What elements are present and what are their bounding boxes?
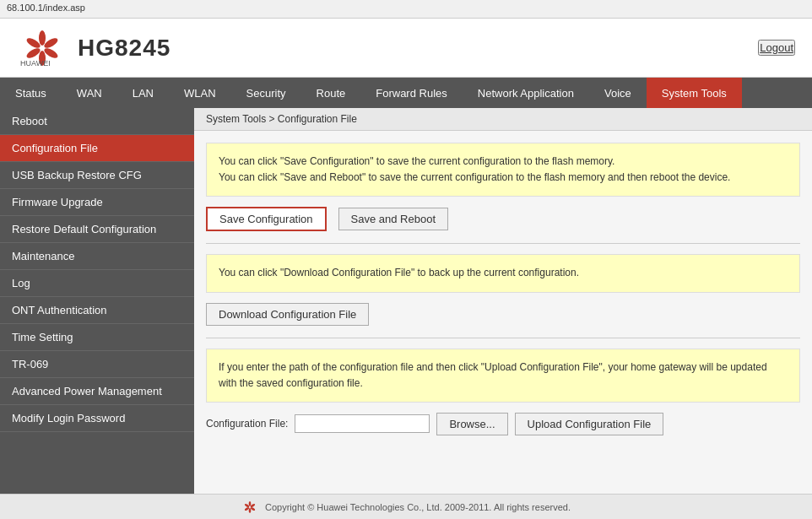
sidebar-item-tr-069[interactable]: TR-069 bbox=[0, 351, 194, 378]
nav-item-wlan[interactable]: WLAN bbox=[169, 78, 231, 108]
save-info-text-2: You can click "Save and Reboot" to save … bbox=[219, 170, 788, 186]
download-config-info-box: You can click "Download Configuration Fi… bbox=[206, 254, 800, 292]
nav-item-voice[interactable]: Voice bbox=[589, 78, 647, 108]
divider-2 bbox=[206, 338, 800, 338]
upload-info-text: If you enter the path of the configurati… bbox=[219, 360, 788, 392]
upload-action-row: Configuration File: Browse... Upload Con… bbox=[206, 413, 800, 435]
footer-text: Copyright © Huawei Technologies Co., Ltd… bbox=[265, 502, 571, 512]
sidebar-item-reboot[interactable]: Reboot bbox=[0, 108, 194, 135]
sidebar-item-configuration-file[interactable]: Configuration File bbox=[0, 135, 194, 162]
save-config-info-box: You can click "Save Configuration" to sa… bbox=[206, 143, 800, 197]
content-area: System Tools > Configuration File You ca… bbox=[194, 108, 812, 494]
logo-area: HUAWEI HG8245 bbox=[17, 27, 171, 69]
nav-item-status[interactable]: Status bbox=[0, 78, 62, 108]
download-configuration-button[interactable]: Download Configuration File bbox=[206, 303, 369, 326]
nav-item-system-tools[interactable]: System Tools bbox=[647, 78, 742, 108]
save-reboot-button[interactable]: Save and Reboot bbox=[338, 208, 448, 230]
sidebar-item-maintenance[interactable]: Maintenance bbox=[0, 243, 194, 270]
footer-huawei-logo-icon bbox=[241, 500, 258, 515]
save-info-text-1: You can click "Save Configuration" to sa… bbox=[219, 154, 788, 170]
sidebar-item-restore-default-configuration[interactable]: Restore Default Configuration bbox=[0, 216, 194, 243]
svg-text:HUAWEI: HUAWEI bbox=[20, 59, 51, 68]
nav-item-security[interactable]: Security bbox=[231, 78, 301, 108]
sidebar-item-usb-backup-restore-cfg[interactable]: USB Backup Restore CFG bbox=[0, 162, 194, 189]
upload-config-info-box: If you enter the path of the configurati… bbox=[206, 349, 800, 403]
download-action-row: Download Configuration File bbox=[206, 303, 800, 326]
config-file-input[interactable] bbox=[295, 414, 430, 433]
upload-configuration-button[interactable]: Upload Configuration File bbox=[515, 413, 664, 435]
sidebar: RebootConfiguration FileUSB Backup Resto… bbox=[0, 108, 194, 494]
browse-button[interactable]: Browse... bbox=[436, 413, 507, 435]
save-configuration-button[interactable]: Save Configuration bbox=[206, 207, 327, 231]
address-text: 68.100.1/index.asp bbox=[7, 3, 85, 13]
download-info-text: You can click "Download Configuration Fi… bbox=[219, 265, 788, 281]
sidebar-item-log[interactable]: Log bbox=[0, 270, 194, 297]
footer: Copyright © Huawei Technologies Co., Ltd… bbox=[0, 494, 812, 519]
sidebar-item-modify-login-password[interactable]: Modify Login Password bbox=[0, 405, 194, 432]
breadcrumb: System Tools > Configuration File bbox=[194, 108, 812, 131]
sidebar-item-firmware-upgrade[interactable]: Firmware Upgrade bbox=[0, 189, 194, 216]
logout-button[interactable]: Logout bbox=[758, 40, 795, 56]
address-bar: 68.100.1/index.asp bbox=[0, 0, 812, 19]
sidebar-item-time-setting[interactable]: Time Setting bbox=[0, 324, 194, 351]
nav-item-network-application[interactable]: Network Application bbox=[463, 78, 589, 108]
nav-item-lan[interactable]: LAN bbox=[117, 78, 169, 108]
sidebar-item-ont-authentication[interactable]: ONT Authentication bbox=[0, 297, 194, 324]
svg-point-7 bbox=[249, 501, 252, 506]
huawei-logo-icon: HUAWEI bbox=[17, 27, 68, 69]
nav-bar: StatusWANLANWLANSecurityRouteForward Rul… bbox=[0, 78, 812, 108]
svg-point-10 bbox=[249, 508, 252, 513]
config-file-label: Configuration File: bbox=[206, 418, 288, 430]
top-bar: HUAWEI HG8245 Logout bbox=[0, 19, 812, 78]
content-inner: You can click "Save Configuration" to sa… bbox=[194, 131, 812, 447]
nav-item-forward-rules[interactable]: Forward Rules bbox=[360, 78, 463, 108]
brand-title: HG8245 bbox=[78, 35, 171, 62]
save-action-row: Save Configuration Save and Reboot bbox=[206, 207, 800, 231]
nav-item-wan[interactable]: WAN bbox=[62, 78, 117, 108]
svg-point-0 bbox=[39, 30, 46, 46]
main-layout: RebootConfiguration FileUSB Backup Resto… bbox=[0, 108, 812, 494]
divider-1 bbox=[206, 243, 800, 244]
nav-item-route[interactable]: Route bbox=[301, 78, 361, 108]
sidebar-item-advanced-power-management[interactable]: Advanced Power Management bbox=[0, 378, 194, 405]
